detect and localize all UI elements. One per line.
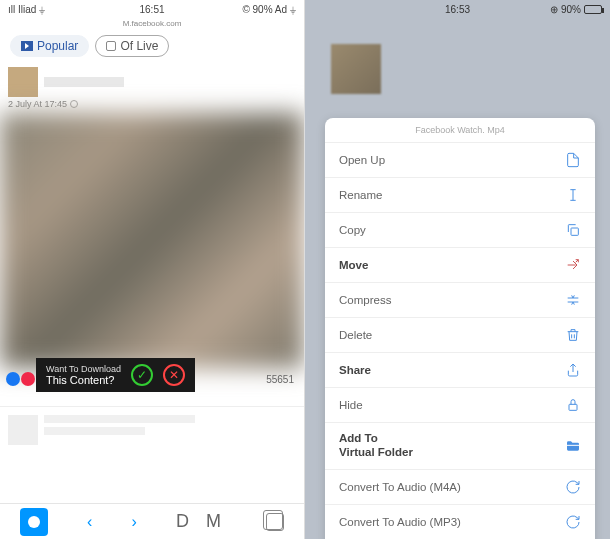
download-line1: Want To Download — [46, 364, 121, 374]
battery-icon — [584, 5, 602, 14]
globe-icon — [70, 100, 78, 108]
reactions-row: Want To Download This Content? ✓ ✕ 55651 — [0, 368, 304, 390]
move-icon — [565, 257, 581, 273]
tab-label: Of Live — [120, 39, 158, 53]
menu-item-label: Compress — [339, 294, 391, 306]
status-bar-right: 16:53 ⊕ 90% — [305, 0, 610, 18]
menu-item-lock[interactable]: Hide — [325, 388, 595, 423]
menu-item-label: Add To Virtual Folder — [339, 432, 413, 460]
menu-item-rename[interactable]: Rename — [325, 178, 595, 213]
left-screen: ıll Iliad ⏚ 16:51 © 90% Ad ⏚ M.facebook.… — [0, 0, 305, 539]
copy-icon — [565, 222, 581, 238]
redacted-line — [44, 415, 195, 423]
menu-item-folder[interactable]: Add To Virtual Folder — [325, 423, 595, 470]
share-icon — [565, 362, 581, 378]
download-accept-button[interactable]: ✓ — [131, 364, 153, 386]
menu-item-label: Copy — [339, 224, 366, 236]
menu-item-label: Delete — [339, 329, 372, 341]
file-icon — [565, 152, 581, 168]
menu-item-refresh[interactable]: Convert To Audio (MP3) — [325, 505, 595, 539]
carrier-label: ıll Iliad — [8, 4, 36, 15]
status-bar-left: ıll Iliad ⏚ 16:51 © 90% Ad ⏚ — [0, 0, 304, 18]
next-post-preview[interactable] — [0, 406, 304, 453]
video-thumbnail[interactable] — [0, 113, 304, 368]
battery-label: © 90% Ad — [242, 4, 287, 15]
menu-item-label: Share — [339, 364, 371, 376]
menu-item-refresh[interactable]: Convert To Audio (M4A) — [325, 470, 595, 505]
menu-item-trash[interactable]: Delete — [325, 318, 595, 353]
download-decline-button[interactable]: ✕ — [163, 364, 185, 386]
menu-item-label: Convert To Audio (M4A) — [339, 481, 461, 493]
lock-icon — [565, 397, 581, 413]
battery-label: ⊕ 90% — [550, 4, 581, 15]
browser-bottom-bar: ‹ › D M — [0, 503, 304, 539]
menu-item-label: Convert To Audio (MP3) — [339, 516, 461, 528]
menu-item-label: Move — [339, 259, 368, 271]
rename-icon — [565, 187, 581, 203]
feed-tabs: Popular Of Live — [0, 29, 304, 63]
wifi-icon: ⏚ — [39, 4, 45, 15]
redacted-line — [44, 427, 145, 435]
avatar[interactable] — [8, 67, 38, 97]
download-prompt: Want To Download This Content? ✓ ✕ — [36, 358, 195, 392]
compress-icon — [565, 292, 581, 308]
post-meta: 2 July At 17:45 — [0, 99, 304, 113]
back-button[interactable]: ‹ — [87, 513, 92, 531]
menu-item-label: Open Up — [339, 154, 385, 166]
trash-icon — [565, 327, 581, 343]
tab-live[interactable]: Of Live — [95, 35, 169, 57]
mode-letters: D M — [176, 511, 227, 532]
refresh-icon — [565, 479, 581, 495]
context-menu: Facebook Watch. Mp4 Open UpRenameCopyMov… — [325, 118, 595, 539]
tabs-button[interactable] — [266, 513, 284, 531]
avatar — [8, 415, 38, 445]
menu-item-label: Rename — [339, 189, 382, 201]
menu-item-compress[interactable]: Compress — [325, 283, 595, 318]
download-line2: This Content? — [46, 374, 121, 386]
wifi-icon: ⏚ — [290, 4, 296, 15]
menu-item-copy[interactable]: Copy — [325, 213, 595, 248]
home-button[interactable] — [20, 508, 48, 536]
like-icon — [6, 372, 20, 386]
reaction-count: 55651 — [266, 374, 304, 385]
menu-title: Facebook Watch. Mp4 — [325, 118, 595, 143]
menu-item-move[interactable]: Move — [325, 248, 595, 283]
page-url: M.facebook.com — [0, 18, 304, 29]
love-icon — [21, 372, 35, 386]
refresh-icon — [565, 514, 581, 530]
post-header — [0, 63, 304, 99]
play-icon — [21, 41, 33, 51]
tab-popular[interactable]: Popular — [10, 35, 89, 57]
menu-item-file[interactable]: Open Up — [325, 143, 595, 178]
forward-button[interactable]: › — [131, 513, 136, 531]
menu-item-share[interactable]: Share — [325, 353, 595, 388]
svg-rect-1 — [569, 404, 577, 410]
menu-item-label: Hide — [339, 399, 363, 411]
file-thumbnail[interactable] — [331, 44, 381, 94]
folder-icon — [565, 438, 581, 454]
author-name-redacted — [44, 77, 124, 87]
status-time: 16:51 — [139, 4, 164, 15]
live-icon — [106, 41, 116, 51]
tab-label: Popular — [37, 39, 78, 53]
post-timestamp: 2 July At 17:45 — [8, 99, 67, 109]
svg-rect-0 — [571, 228, 578, 235]
right-screen: 16:53 ⊕ 90% Facebook Watch. Mp4 Open UpR… — [305, 0, 610, 539]
status-time: 16:53 — [445, 4, 470, 15]
